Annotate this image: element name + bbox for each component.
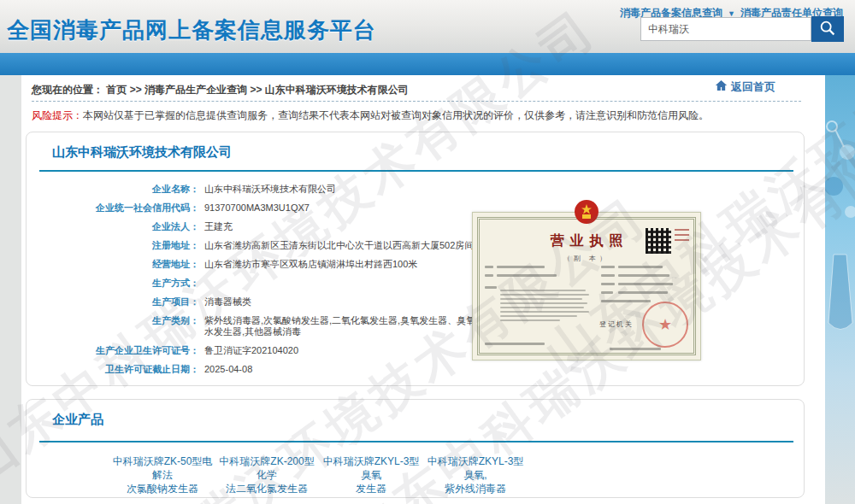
license-issuer-label: 登记机关: [599, 319, 634, 329]
company-field-row: 企业法人：王建充: [27, 221, 495, 232]
company-field-label: 企业统一社会信用代码：: [27, 202, 199, 214]
license-field-value-line: [618, 266, 663, 268]
license-field-value-line: [500, 298, 582, 300]
license-field-value-line: [500, 307, 584, 308]
products-row: 中科瑞沃牌ZK-50型电解法 次氯酸钠发生器中科瑞沃牌ZK-200型化学 法二氧…: [110, 454, 528, 495]
company-field-row: 卫生许可证截止日期：2025-04-08: [27, 364, 495, 375]
risk-notice-label: 风险提示：: [32, 109, 83, 121]
site-title: 全国消毒产品网上备案信息服务平台: [7, 15, 376, 45]
license-qr-code: [646, 228, 671, 254]
license-field-value-line: [497, 266, 545, 268]
breadcrumb-category-link[interactable]: 消毒产品生产企业查询: [144, 84, 247, 96]
company-field-value: 2025-04-08: [204, 364, 485, 375]
license-field-label-line: [485, 266, 493, 268]
license-field-label-line: [601, 283, 615, 285]
company-field-value: 鲁卫消证字202104020: [204, 345, 485, 356]
return-home-link[interactable]: 返回首页: [714, 79, 775, 95]
license-subtitle: （副 本）: [473, 254, 700, 263]
breadcrumb-label: 您现在的位置：: [32, 84, 103, 96]
search-button[interactable]: [811, 16, 844, 42]
company-field-label: 注册地址：: [27, 240, 199, 251]
company-field-label: 生产项目：: [27, 296, 199, 308]
license-field-label-line: [485, 274, 493, 277]
side-background-decor: [825, 75, 855, 504]
home-icon: [714, 79, 728, 95]
company-field-row: 注册地址：山东省潍坊高新区玉清东街以北中心次干道以西高新大厦502房间: [27, 240, 495, 251]
breadcrumb-separator: >>: [130, 84, 142, 96]
company-field-value: 91370700MA3M3U1QX7: [204, 202, 485, 214]
company-field-value: 山东省潍坊高新区玉清东街以北中心次干道以西高新大厦502房间: [204, 240, 485, 251]
license-field-value-line: [500, 302, 587, 304]
license-field-value-line: [618, 274, 669, 277]
license-field-label-line: [601, 291, 613, 294]
company-field-row: 生产类别：紫外线消毒器,次氯酸钠发生器,二氧化氯发生器,臭氧发生器、臭氧水发生器…: [27, 315, 495, 337]
search-bar: [640, 17, 844, 42]
search-icon: [818, 19, 837, 40]
company-field-label: 卫生许可证截止日期：: [27, 364, 199, 375]
company-field-value: 山东中科瑞沃环境技术有限公司: [204, 184, 485, 195]
company-field-value: [204, 278, 485, 289]
company-field-row: 企业名称：山东中科瑞沃环境技术有限公司: [27, 184, 495, 195]
products-title: 企业产品: [52, 412, 103, 428]
dashed-divider: [32, 101, 801, 102]
content-wrapper: 您现在的位置： 首页 >> 消毒产品生产企业查询 >> 山东中科瑞沃环境技术有限…: [21, 75, 825, 504]
license-field-value-line: [500, 315, 577, 317]
title-underline: [39, 170, 793, 172]
chevron-down-icon[interactable]: ▼: [728, 9, 735, 18]
company-field-row: 生产企业卫生许可证号：鲁卫消证字202104020: [27, 345, 495, 356]
company-field-label: 企业名称：: [27, 184, 199, 195]
company-field-label: 生产方式：: [27, 278, 199, 289]
license-field-value-line: [500, 294, 589, 296]
license-field-value-line: [601, 300, 651, 302]
national-emblem-icon: [574, 199, 599, 228]
company-field-label: 生产企业卫生许可证号：: [27, 345, 199, 356]
license-field-value-line: [485, 343, 545, 345]
page-header: 全国消毒产品网上备案信息服务平台 消毒产品备案信息查询 ▼ 消毒产品责任单位查询: [0, 0, 855, 53]
products-underline: [39, 441, 793, 442]
company-fields: 企业名称：山东中科瑞沃环境技术有限公司企业统一社会信用代码：91370700MA…: [27, 184, 495, 383]
breadcrumb-current: 山东中科瑞沃环境技术有限公司: [265, 84, 409, 96]
return-home-label: 返回首页: [731, 79, 775, 95]
product-link[interactable]: 中科瑞沃牌ZKYL-3型臭氧 发生器: [319, 454, 423, 495]
product-link[interactable]: 中科瑞沃牌ZK-50型电解法 次氯酸钠发生器: [110, 454, 215, 495]
risk-notice-text: 本网站仅基于已掌握的信息提供查询服务，查询结果不代表本网站对被查询对象信用状况的…: [83, 109, 709, 121]
license-field-value-line: [500, 311, 589, 313]
company-field-value: 山东省潍坊市寒亭区双杨店镇湖淋埠出村路西100米: [204, 259, 485, 270]
license-field-label-line: [601, 266, 615, 268]
products-panel: 企业产品 中科瑞沃牌ZK-50型电解法 次氯酸钠发生器中科瑞沃牌ZK-200型化…: [26, 399, 805, 498]
license-field-label-line: [485, 286, 497, 289]
license-qr-caption: [675, 229, 689, 244]
search-input[interactable]: [640, 17, 811, 41]
company-field-row: 企业统一社会信用代码：91370700MA3M3U1QX7: [27, 202, 495, 214]
company-field-value: 消毒器械类: [204, 296, 485, 308]
license-red-seal: ★: [642, 302, 688, 348]
license-field-value-line: [500, 319, 560, 321]
license-field-value-line: [497, 274, 557, 277]
company-field-row: 经营地址：山东省潍坊市寒亭区双杨店镇湖淋埠出村路西100米: [27, 259, 495, 270]
molecule-flask-illustration: [825, 75, 855, 400]
company-field-label: 经营地址：: [27, 259, 199, 270]
company-field-label: 生产类别：: [27, 315, 199, 337]
company-field-value: 王建充: [204, 221, 485, 232]
company-title: 山东中科瑞沃环境技术有限公司: [52, 144, 232, 161]
license-field-value-line: [610, 348, 661, 350]
product-link[interactable]: 中科瑞沃牌ZK-200型化学 法二氧化氯发生器: [215, 454, 319, 495]
risk-notice: 风险提示：本网站仅基于已掌握的信息提供查询服务，查询结果不代表本网站对被查询对象…: [32, 108, 815, 123]
business-license-image: 营业执照 （副 本） 登记机关 ★: [472, 212, 701, 360]
main-navbar: [0, 53, 855, 75]
product-link[interactable]: 中科瑞沃牌ZKYL-3型臭氧, 紫外线消毒器: [423, 454, 528, 495]
license-field-value-line: [618, 283, 673, 285]
company-field-value: 紫外线消毒器,次氯酸钠发生器,二氧化氯发生器,臭氧发生器、臭氧水发生器,其他器械…: [204, 315, 485, 337]
company-field-label: 企业法人：: [27, 221, 199, 232]
company-field-row: 生产方式：: [27, 278, 495, 289]
license-field-value-line: [500, 290, 586, 291]
breadcrumb-home-link[interactable]: 首页: [106, 84, 127, 96]
license-field-value-line: [618, 291, 668, 294]
company-info-panel: 山东中科瑞沃环境技术有限公司 企业名称：山东中科瑞沃环境技术有限公司企业统一社会…: [26, 132, 805, 386]
license-field-label-line: [601, 274, 615, 277]
breadcrumb: 您现在的位置： 首页 >> 消毒产品生产企业查询 >> 山东中科瑞沃环境技术有限…: [32, 83, 409, 97]
company-field-row: 生产项目：消毒器械类: [27, 296, 495, 308]
breadcrumb-separator: >>: [250, 84, 262, 96]
